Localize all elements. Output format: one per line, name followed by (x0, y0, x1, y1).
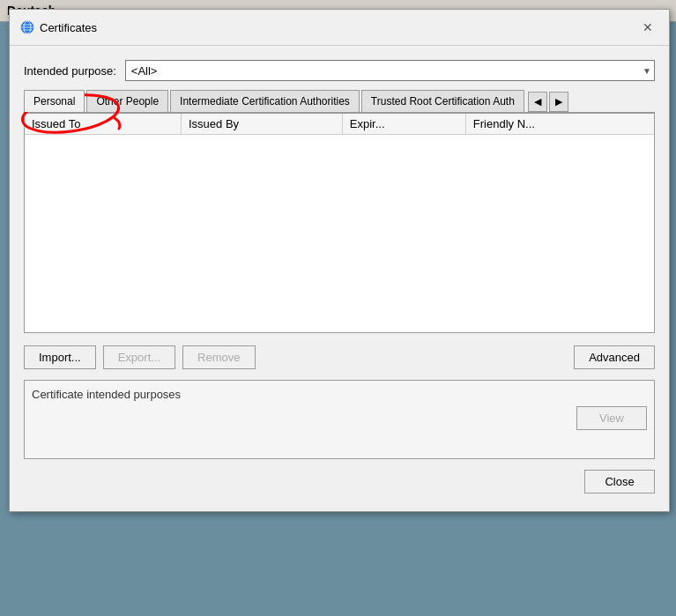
col-friendly-name[interactable]: Friendly N... (465, 114, 654, 135)
dialog-body: Intended purpose: <All> Server Authentic… (10, 46, 669, 511)
view-button[interactable]: View (576, 406, 647, 430)
tab-intermediate[interactable]: Intermediate Certification Authorities (170, 90, 360, 112)
tab-scroll-left[interactable]: ◀ (528, 92, 547, 112)
close-button[interactable]: Close (584, 470, 655, 494)
certificates-icon (20, 20, 34, 34)
dialog-close-button[interactable]: ✕ (637, 17, 658, 38)
tab-personal[interactable]: Personal (24, 90, 85, 113)
close-row: Close (24, 470, 655, 497)
view-btn-row: View (32, 406, 647, 430)
remove-button[interactable]: Remove (182, 345, 255, 369)
col-issued-by[interactable]: Issued By (181, 114, 342, 135)
advanced-button[interactable]: Advanced (574, 345, 655, 369)
cert-table: Issued To Issued By Expir... Friendly N.… (25, 114, 654, 135)
dialog-title-bar: Certificates ✕ (10, 10, 669, 46)
intended-purpose-select[interactable]: <All> Server Authentication Client Authe… (125, 60, 655, 81)
intended-purpose-dropdown-wrapper: <All> Server Authentication Client Authe… (125, 60, 655, 81)
import-button[interactable]: Import... (24, 345, 96, 369)
cert-table-container: Issued To Issued By Expir... Friendly N.… (24, 113, 655, 333)
col-expiry[interactable]: Expir... (342, 114, 465, 135)
tab-scroll-right[interactable]: ▶ (549, 92, 568, 112)
certificates-dialog: Certificates ✕ Intended purpose: <All> S… (9, 9, 670, 512)
tab-other-people[interactable]: Other People (86, 90, 168, 112)
action-buttons-row: Import... Export... Remove Advanced (24, 345, 655, 369)
export-button[interactable]: Export... (103, 345, 175, 369)
tabs-container: Personal Other People Intermediate Certi… (24, 90, 655, 113)
title-bar-left: Certificates (20, 20, 97, 34)
col-issued-to[interactable]: Issued To (25, 114, 181, 135)
cert-purposes-label: Certificate intended purposes (32, 388, 181, 401)
intended-purpose-row: Intended purpose: <All> Server Authentic… (24, 60, 655, 81)
dialog-title: Certificates (40, 21, 97, 34)
tab-trusted-root[interactable]: Trusted Root Certification Auth (361, 90, 524, 112)
intended-purpose-label: Intended purpose: (24, 64, 116, 78)
cert-purposes-box: Certificate intended purposes View (24, 380, 655, 459)
table-header-row: Issued To Issued By Expir... Friendly N.… (25, 114, 654, 135)
